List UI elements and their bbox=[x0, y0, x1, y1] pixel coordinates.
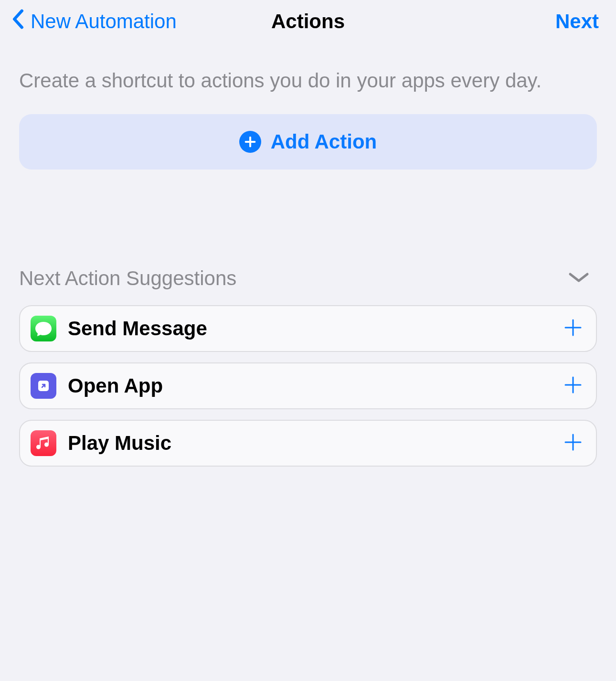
add-action-button[interactable]: Add Action bbox=[19, 114, 597, 170]
collapse-suggestions-button[interactable] bbox=[568, 271, 589, 286]
plus-icon bbox=[563, 330, 583, 339]
suggestion-list: Send Message Open App bbox=[19, 305, 597, 467]
music-icon bbox=[31, 430, 56, 456]
main-content: Create a shortcut to actions you do in y… bbox=[0, 43, 616, 170]
add-suggestion-button[interactable] bbox=[563, 318, 583, 339]
suggestion-item-open-app[interactable]: Open App bbox=[19, 362, 597, 409]
suggestions-title: Next Action Suggestions bbox=[19, 267, 236, 290]
messages-icon bbox=[31, 316, 56, 341]
suggestions-header: Next Action Suggestions bbox=[19, 267, 597, 290]
suggestion-item-send-message[interactable]: Send Message bbox=[19, 305, 597, 352]
suggestion-item-play-music[interactable]: Play Music bbox=[19, 420, 597, 467]
back-button[interactable]: New Automation bbox=[11, 9, 177, 34]
suggestions-section: Next Action Suggestions Send Message bbox=[0, 267, 616, 467]
description-text: Create a shortcut to actions you do in y… bbox=[19, 68, 597, 94]
add-suggestion-button[interactable] bbox=[563, 433, 583, 454]
back-label: New Automation bbox=[31, 10, 177, 33]
chevron-left-icon bbox=[11, 9, 25, 34]
suggestion-label: Open App bbox=[68, 374, 563, 397]
add-suggestion-button[interactable] bbox=[563, 375, 583, 396]
plus-icon bbox=[563, 445, 583, 453]
chevron-down-icon bbox=[568, 277, 589, 285]
page-title: Actions bbox=[271, 10, 345, 33]
open-app-icon bbox=[31, 373, 56, 399]
plus-circle-icon bbox=[239, 131, 261, 153]
navigation-bar: New Automation Actions Next bbox=[0, 0, 616, 43]
next-button[interactable]: Next bbox=[555, 10, 599, 33]
plus-icon bbox=[563, 388, 583, 396]
add-action-label: Add Action bbox=[271, 130, 377, 153]
suggestion-label: Send Message bbox=[68, 317, 563, 340]
suggestion-label: Play Music bbox=[68, 432, 563, 455]
